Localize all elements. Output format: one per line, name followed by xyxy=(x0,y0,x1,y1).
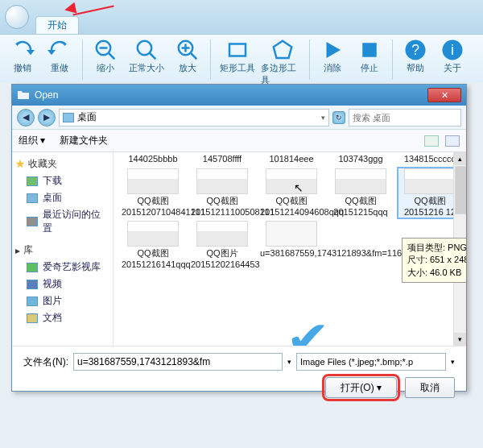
refresh-button[interactable]: ↻ xyxy=(332,111,345,124)
dialog-titlebar[interactable]: Open ✕ xyxy=(12,85,466,106)
polygon-tool-button[interactable]: 多边形工具 xyxy=(261,36,304,86)
sidebar-library[interactable]: ▸ 库 xyxy=(15,243,109,257)
breadcrumb[interactable]: 桌面 ▾ xyxy=(59,109,329,127)
chevron-down-icon[interactable]: ▾ xyxy=(287,358,291,366)
document-icon xyxy=(27,313,38,323)
file-item[interactable]: QQ截图20151215qqq xyxy=(329,168,392,218)
svg-marker-5 xyxy=(327,42,341,58)
scroll-up-icon[interactable]: ▴ xyxy=(454,152,466,165)
play-button[interactable]: 消除 xyxy=(315,36,350,74)
nav-back-button[interactable]: ◀ xyxy=(17,109,35,127)
open-dialog: Open ✕ ◀ ▶ 桌面 ▾ ↻ 组织 ▾ 新建文件夹 收藏夹 下载 桌面 最… xyxy=(11,84,467,392)
help-button[interactable]: ? 帮助 xyxy=(398,36,433,74)
video-icon xyxy=(27,280,38,289)
about-button[interactable]: i 关于 xyxy=(435,36,470,74)
file-item[interactable]: 145708ffff xyxy=(191,154,254,165)
sidebar-favorites[interactable]: 收藏夹 xyxy=(15,157,109,171)
file-item-selected[interactable]: QQ截图20151216 12 xyxy=(398,168,461,218)
search-input[interactable] xyxy=(349,109,461,127)
sidebar-item-downloads[interactable]: 下载 xyxy=(15,172,109,189)
recent-icon xyxy=(27,217,38,226)
svg-rect-6 xyxy=(362,43,377,57)
help-icon[interactable] xyxy=(445,135,460,147)
dialog-title: Open xyxy=(35,89,58,101)
sidebar-item-recent[interactable]: 最近访问的位置 xyxy=(15,206,109,237)
file-item[interactable]: u=381687559,1743121893&fm=116&g... xyxy=(260,221,323,271)
tab-start[interactable]: 开始 xyxy=(35,16,79,34)
file-item[interactable]: QQ截图20151207104841111 xyxy=(122,168,184,218)
zoom-out-button[interactable]: 缩小 xyxy=(88,36,123,74)
chevron-down-icon[interactable]: ▾ xyxy=(451,358,455,366)
redo-button[interactable]: 重做 xyxy=(42,36,77,74)
file-item[interactable]: QQ截图20151211100508111 xyxy=(191,168,254,218)
zoom-in-button[interactable]: 放大 xyxy=(170,36,205,74)
svg-point-1 xyxy=(138,41,152,56)
picture-icon xyxy=(27,297,38,306)
file-item[interactable]: 101814eee xyxy=(260,154,323,165)
file-item[interactable]: 144025bbbb xyxy=(122,154,184,165)
file-item[interactable]: QQ截图20151216141qqq xyxy=(122,221,184,271)
cancel-button[interactable]: 取消 xyxy=(405,377,455,398)
file-type-filter[interactable] xyxy=(296,353,446,371)
sidebar-item-iqiyi[interactable]: 爱奇艺影视库 xyxy=(15,259,109,276)
stop-button[interactable]: 停止 xyxy=(352,36,387,74)
file-tooltip: 项目类型: PNG 图像 尺寸: 651 x 248 大小: 46.0 KB xyxy=(402,238,466,283)
svg-text:i: i xyxy=(451,42,454,58)
file-item[interactable]: 134815ccccc xyxy=(398,154,461,165)
open-icon xyxy=(17,89,30,102)
mouse-cursor-icon: ↖ xyxy=(294,181,303,194)
sidebar-item-desktop[interactable]: 桌面 xyxy=(15,189,109,206)
desktop-icon xyxy=(27,193,38,203)
download-icon xyxy=(27,176,38,186)
sidebar-item-documents[interactable]: 文档 xyxy=(15,309,109,326)
file-item[interactable]: QQ截图20151214094608qqq xyxy=(260,168,323,218)
zoom-actual-button[interactable]: 正常大小 xyxy=(125,36,168,74)
open-button[interactable]: 打开(O) ▾ xyxy=(325,377,397,398)
organize-menu[interactable]: 组织 ▾ xyxy=(19,134,45,147)
svg-rect-3 xyxy=(229,44,246,56)
nav-forward-button[interactable]: ▶ xyxy=(38,109,56,127)
sidebar: 收藏夹 下载 桌面 最近访问的位置 ▸ 库 爱奇艺影视库 视频 图片 文档 xyxy=(12,152,114,346)
file-item[interactable]: 103743ggg xyxy=(329,154,392,165)
chevron-down-icon[interactable]: ▾ xyxy=(321,114,325,122)
checkmark-annotation: ✔ xyxy=(286,310,330,346)
app-logo[interactable] xyxy=(5,5,29,29)
filename-label: 文件名(N): xyxy=(23,355,68,369)
view-options-button[interactable] xyxy=(424,135,439,147)
file-list: 144025bbbb 145708ffff 101814eee 103743gg… xyxy=(114,152,466,346)
close-button[interactable]: ✕ xyxy=(427,88,461,102)
scroll-thumb[interactable] xyxy=(455,166,466,214)
svg-text:?: ? xyxy=(411,42,419,58)
scroll-down-icon[interactable]: ▾ xyxy=(454,333,466,346)
svg-marker-4 xyxy=(274,41,292,58)
desktop-icon xyxy=(63,113,74,122)
undo-button[interactable]: 撤销 xyxy=(5,36,40,74)
iqiyi-icon xyxy=(27,263,38,272)
rect-tool-button[interactable]: 矩形工具 xyxy=(216,36,259,74)
sidebar-item-videos[interactable]: 视频 xyxy=(15,276,109,292)
new-folder-button[interactable]: 新建文件夹 xyxy=(60,134,108,147)
filename-input[interactable] xyxy=(73,353,283,371)
ribbon-toolbar: 撤销 重做 缩小 正常大小 放大 矩形工具 多边形工具 消除 停止 ? 帮助 i… xyxy=(0,34,483,82)
sidebar-item-pictures[interactable]: 图片 xyxy=(15,292,109,309)
file-item[interactable]: QQ图片20151202164453 xyxy=(191,221,254,271)
